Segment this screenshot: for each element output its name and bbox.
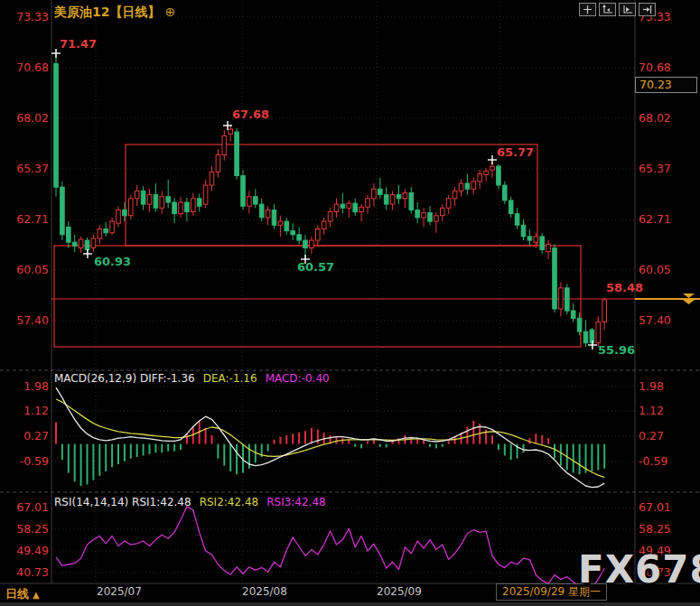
rsi2-value: RSI2:42.48 bbox=[200, 496, 259, 508]
period-selector[interactable]: 日线▲ bbox=[5, 586, 40, 602]
rsi-header: RSI(14,14,14) RSI1:42.48RSI2:42.48RSI3:4… bbox=[54, 496, 326, 508]
triangle-up-icon: ▲ bbox=[33, 590, 40, 600]
macd-values: MACD(26,12,9) DIFF:-1.36 bbox=[54, 372, 195, 385]
symbol-title: 美原油12【日线】⊕ bbox=[54, 5, 175, 21]
macd-hist-value: MACD:-0.40 bbox=[266, 372, 330, 385]
trading-chart-window: 73.3373.3370.6870.6868.0268.0265.3765.37… bbox=[0, 0, 700, 606]
rsi1-value: RSI(14,14,14) RSI1:42.48 bbox=[54, 496, 191, 508]
pan-icon[interactable] bbox=[579, 3, 596, 16]
chart-toolbar bbox=[579, 3, 656, 16]
macd-header: MACD(26,12,9) DIFF:-1.36DEA:-1.16MACD:-0… bbox=[54, 372, 330, 385]
price-alert-tag[interactable]: 70.23 bbox=[635, 77, 697, 93]
chart-canvas[interactable] bbox=[0, 0, 700, 606]
symbol-title-text: 美原油12【日线】 bbox=[54, 5, 160, 19]
scale-x-axis-icon[interactable] bbox=[619, 3, 636, 16]
fx678-watermark: FX678 bbox=[578, 547, 700, 592]
circle-plus-icon[interactable]: ⊕ bbox=[164, 5, 175, 19]
dea-value: DEA:-1.16 bbox=[203, 372, 257, 385]
rsi3-value: RSI3:42.48 bbox=[266, 496, 326, 508]
goto-latest-icon[interactable] bbox=[639, 3, 656, 16]
scale-y-axis-icon[interactable] bbox=[599, 3, 616, 16]
